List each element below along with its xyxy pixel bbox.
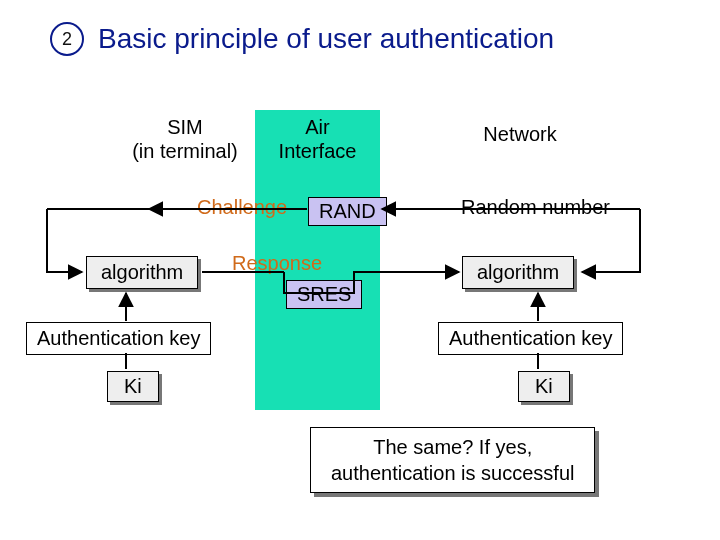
col-head-sim: SIM (in terminal) [100,115,270,163]
col-head-air-line2: Interface [255,139,380,163]
rand-box: RAND [308,197,387,226]
col-head-air: Air Interface [255,115,380,163]
authkey-right-box: Authentication key [438,322,623,355]
authkey-left-box: Authentication key [26,322,211,355]
ki-left-box: Ki [107,371,159,402]
page-title: Basic principle of user authentication [98,23,554,55]
ki-right-box: Ki [518,371,570,402]
col-head-air-line1: Air [255,115,380,139]
result-text: The same? If yes,authentication is succe… [331,436,574,484]
col-head-sim-line1: SIM [100,115,270,139]
challenge-label: Challenge [197,196,287,219]
algorithm-right-box: algorithm [462,256,574,289]
result-box: The same? If yes,authentication is succe… [310,427,595,493]
section-number-badge: 2 [50,22,84,56]
col-head-sim-line2: (in terminal) [100,139,270,163]
col-head-network: Network [445,122,595,146]
response-label: Response [232,252,322,275]
algorithm-left-box: algorithm [86,256,198,289]
random-number-label: Random number [461,196,610,219]
sres-box: SRES [286,280,362,309]
